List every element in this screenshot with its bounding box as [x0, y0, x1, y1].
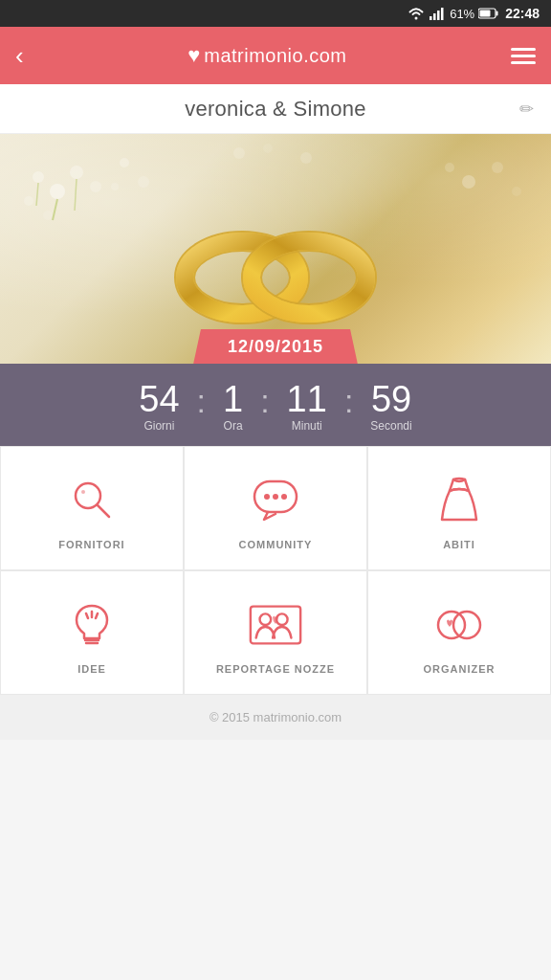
days-label: Giorni [139, 419, 179, 433]
minutes-value: 11 [287, 381, 327, 417]
organizer-label: ORGANIZER [424, 663, 496, 675]
wifi-icon [408, 7, 425, 20]
svg-point-37 [273, 494, 278, 500]
svg-point-36 [264, 494, 270, 500]
svg-rect-2 [437, 11, 440, 20]
countdown-days: 54 Giorni [121, 381, 196, 433]
svg-point-10 [24, 196, 33, 206]
svg-point-12 [43, 211, 53, 220]
svg-point-24 [263, 144, 273, 153]
date-banner: 12/09/2015 [193, 329, 358, 364]
community-icon [247, 472, 304, 529]
seconds-label: Secondi [370, 419, 411, 433]
grid-menu: FORNITORI COMMUNITY ABITI [0, 446, 551, 695]
clock: 22:48 [505, 6, 540, 21]
svg-point-48 [453, 612, 480, 638]
hamburger-line-3 [511, 61, 536, 64]
community-label: COMMUNITY [239, 539, 313, 550]
idee-icon [63, 596, 121, 654]
grid-item-organizer[interactable]: ORGANIZER [367, 570, 551, 695]
hero-image: 12/09/2015 [0, 134, 551, 364]
logo: ♥ matrimonio.com [187, 43, 346, 68]
grid-item-abiti[interactable]: ABITI [367, 446, 551, 570]
grid-item-community[interactable]: COMMUNITY [184, 446, 367, 570]
svg-point-34 [81, 490, 85, 494]
footer: © 2015 matrimonio.com [0, 695, 551, 740]
status-icons: 61% [408, 7, 499, 21]
svg-point-38 [281, 494, 287, 500]
couple-bar: veronica & Simone ✏ [0, 84, 551, 134]
countdown-seconds: 59 Secondi [353, 381, 429, 433]
hamburger-line-2 [511, 55, 536, 57]
svg-line-43 [96, 613, 98, 618]
battery-text: 61% [450, 7, 474, 21]
fornitori-label: FORNITORI [58, 539, 124, 550]
countdown-bar: 54 Giorni : 1 Ora : 11 Minuti : 59 Secon… [0, 364, 551, 446]
svg-rect-6 [480, 11, 491, 17]
colon-1: : [197, 383, 206, 420]
signal-icon [429, 7, 446, 20]
svg-rect-5 [496, 11, 498, 16]
reportage-label: REPORTAGE NOZZE [216, 663, 335, 675]
svg-line-42 [86, 613, 88, 618]
couple-name: veronica & Simone [185, 97, 366, 122]
status-bar: 61% 22:48 [0, 0, 551, 27]
lightbulb-icon [65, 598, 119, 652]
svg-rect-1 [433, 13, 436, 20]
svg-point-22 [445, 163, 454, 172]
svg-point-8 [33, 171, 44, 183]
logo-heart-icon: ♥ [187, 43, 200, 68]
rings-image [151, 201, 400, 335]
svg-point-25 [300, 152, 312, 164]
svg-point-18 [111, 183, 119, 190]
colon-2: : [260, 383, 269, 420]
app-header: ‹ ♥ matrimonio.com [0, 27, 551, 84]
menu-button[interactable] [511, 48, 536, 64]
svg-line-15 [75, 179, 77, 211]
svg-line-33 [98, 505, 109, 517]
svg-point-47 [438, 612, 465, 638]
chat-icon [249, 474, 302, 527]
svg-point-7 [50, 184, 65, 199]
svg-point-11 [90, 181, 101, 192]
svg-point-32 [76, 483, 100, 508]
organizer-icon [430, 596, 488, 654]
svg-point-19 [462, 175, 475, 189]
hamburger-line-1 [511, 48, 536, 51]
idee-label: IDEE [77, 663, 106, 675]
hours-label: Ora [223, 419, 243, 433]
svg-point-20 [492, 162, 503, 173]
svg-point-16 [120, 158, 129, 167]
dress-icon [432, 474, 486, 527]
reportage-icon [247, 596, 304, 654]
svg-point-45 [260, 613, 272, 625]
edit-icon[interactable]: ✏ [519, 99, 534, 120]
abiti-icon [430, 472, 488, 529]
grid-item-fornitori[interactable]: FORNITORI [0, 446, 184, 570]
svg-line-14 [36, 183, 38, 206]
svg-point-9 [70, 166, 83, 179]
rings-icon [432, 598, 486, 652]
days-value: 54 [139, 381, 179, 417]
countdown-hours: 1 Ora [206, 381, 260, 433]
svg-rect-0 [430, 16, 432, 20]
seconds-value: 59 [370, 381, 411, 417]
fornitori-icon [63, 472, 121, 529]
svg-point-17 [138, 176, 149, 188]
back-button[interactable]: ‹ [15, 41, 24, 71]
hours-value: 1 [223, 381, 243, 417]
minutes-label: Minuti [287, 419, 327, 433]
svg-point-21 [512, 187, 521, 196]
photo-couple-icon [247, 598, 304, 652]
battery-icon [478, 8, 499, 19]
svg-line-13 [53, 199, 57, 220]
countdown-minutes: 11 Minuti [270, 381, 344, 433]
search-icon [65, 474, 119, 527]
svg-point-23 [233, 147, 245, 159]
grid-item-reportage[interactable]: REPORTAGE NOZZE [184, 570, 367, 695]
grid-item-idee[interactable]: IDEE [0, 570, 184, 695]
abiti-label: ABITI [443, 539, 475, 550]
footer-text: © 2015 matrimonio.com [209, 710, 342, 724]
colon-3: : [344, 383, 353, 420]
logo-text: matrimonio.com [204, 45, 346, 67]
